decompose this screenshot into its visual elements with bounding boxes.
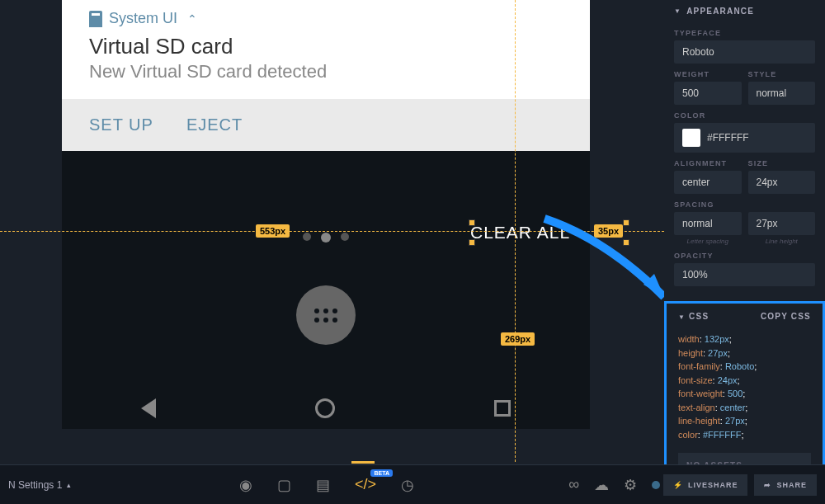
color-label: COLOR — [674, 105, 815, 123]
cloud-icon[interactable]: ☁ — [594, 476, 609, 494]
toolbar-right: ∞ ☁ ⚙ — [568, 476, 660, 494]
measure-right: 35px — [594, 224, 623, 238]
lineheight-input[interactable]: 27px — [748, 212, 816, 235]
liveshare-button[interactable]: ⚡ LIVESHARE — [663, 474, 748, 496]
android-nav-bar — [62, 388, 590, 429]
beta-badge: BETA — [370, 469, 393, 477]
lineheight-sublabel: Line height — [748, 238, 816, 245]
style-label: STYLE — [748, 64, 816, 82]
notification-subtitle: New Virtual SD card detected — [62, 59, 590, 99]
notification-app-name: System UI — [109, 10, 177, 27]
measure-left: 553px — [256, 224, 290, 238]
bolt-icon: ⚡ — [673, 481, 683, 489]
spacing-label: SPACING — [674, 194, 815, 212]
properties-sidebar: ▼ APPEARANCE TYPEFACE Roboto WEIGHT 500 … — [664, 0, 825, 504]
clear-all-text[interactable]: CLEAR ALL — [470, 223, 570, 243]
selection-handle[interactable] — [469, 219, 475, 226]
appearance-panel-body: TYPEFACE Roboto WEIGHT 500 STYLE normal … — [664, 22, 825, 294]
spacing-sublabel: Letter spacing — [674, 238, 742, 245]
selection-handle[interactable] — [623, 219, 629, 226]
alignment-input[interactable]: center — [674, 171, 742, 194]
color-swatch[interactable] — [682, 129, 700, 147]
opacity-label: OPACITY — [674, 245, 815, 263]
weight-input[interactable]: 500 — [674, 82, 742, 105]
arrow-icon: ➦ — [764, 481, 771, 489]
opacity-input[interactable]: 100% — [674, 263, 815, 286]
note-icon[interactable]: ▤ — [316, 476, 330, 494]
css-code-block[interactable]: width: 132px;height: 27px;font-family: R… — [667, 329, 823, 445]
status-indicator[interactable] — [652, 481, 660, 489]
appearance-panel-header[interactable]: ▼ APPEARANCE — [664, 0, 825, 22]
setup-button[interactable]: SET UP — [89, 115, 153, 134]
eject-button[interactable]: EJECT — [186, 115, 243, 134]
horizontal-guide — [0, 231, 664, 232]
app-drawer-icon — [314, 309, 337, 323]
toolbar-actions: ⚡ LIVESHARE ➦ SHARE — [663, 474, 817, 496]
share-link-icon[interactable]: ∞ — [568, 476, 579, 493]
notification-title: Virtual SD card — [62, 34, 590, 59]
bottom-toolbar: N Settings 1 ▴ ◉ ▢ ▤ </> BETA ◷ ∞ ☁ ⚙ ⚡ … — [0, 464, 825, 504]
chevron-up-icon[interactable]: ⌃ — [187, 12, 197, 26]
typeface-input[interactable]: Roboto — [674, 40, 815, 64]
comment-icon[interactable]: ▢ — [277, 476, 291, 494]
back-icon[interactable] — [141, 398, 156, 418]
style-input[interactable]: normal — [748, 82, 816, 105]
preview-icon[interactable]: ◉ — [239, 476, 252, 494]
spacing-input[interactable]: normal — [674, 212, 742, 235]
device-canvas[interactable]: System UI ⌃ Virtual SD card New Virtual … — [62, 0, 590, 429]
page-dot[interactable] — [303, 233, 311, 241]
inspect-icon[interactable]: </> BETA — [355, 476, 376, 493]
page-dot[interactable] — [341, 233, 349, 241]
artboard-selector[interactable]: N Settings 1 ▴ — [0, 479, 71, 491]
css-panel-header: ▼ CSS COPY CSS — [667, 304, 823, 329]
share-button[interactable]: ➦ SHARE — [754, 474, 817, 496]
notification-card[interactable]: System UI ⌃ Virtual SD card New Virtual … — [62, 0, 590, 151]
typeface-label: TYPEFACE — [674, 22, 815, 40]
chevron-up-icon: ▴ — [67, 481, 71, 489]
app-drawer-button[interactable] — [296, 285, 356, 345]
weight-label: WEIGHT — [674, 64, 742, 82]
home-icon[interactable] — [315, 398, 335, 418]
gear-icon[interactable]: ⚙ — [624, 476, 637, 494]
page-dot-active[interactable] — [321, 233, 331, 243]
color-input[interactable]: #FFFFFF — [674, 123, 815, 153]
toolbar-center: ◉ ▢ ▤ </> BETA ◷ — [239, 476, 414, 494]
css-title[interactable]: ▼ CSS — [678, 312, 709, 321]
canvas-area: System UI ⌃ Virtual SD card New Virtual … — [0, 0, 664, 462]
selection-handle[interactable] — [469, 239, 475, 246]
collapse-icon: ▼ — [674, 7, 681, 15]
recent-icon[interactable] — [494, 400, 511, 417]
svg-marker-0 — [644, 274, 664, 297]
selection-handle[interactable] — [623, 239, 629, 246]
sd-card-icon — [89, 11, 102, 27]
alignment-label: ALIGNMENT — [674, 153, 742, 171]
copy-css-button[interactable]: COPY CSS — [761, 312, 811, 321]
css-panel: ▼ CSS COPY CSS width: 132px;height: 27px… — [664, 301, 825, 488]
notification-header: System UI ⌃ — [62, 0, 590, 34]
measure-bottom: 269px — [501, 332, 535, 346]
size-input[interactable]: 24px — [748, 171, 816, 194]
notification-actions: SET UP EJECT — [62, 99, 590, 151]
size-label: SIZE — [748, 153, 816, 171]
history-icon[interactable]: ◷ — [401, 476, 414, 494]
